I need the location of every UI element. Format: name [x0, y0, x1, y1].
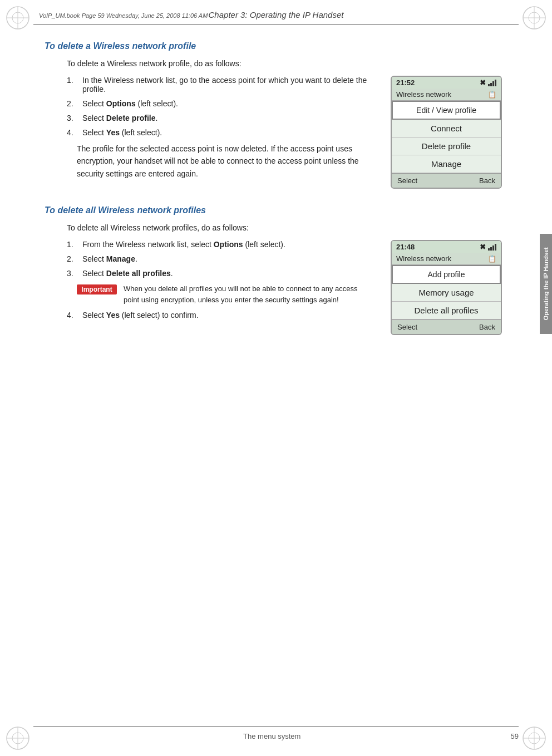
step-item: 3. Select Delete all profiles. — [67, 269, 374, 278]
memo-icon-1: 📋 — [488, 91, 496, 99]
memo-icon-2: 📋 — [488, 255, 496, 263]
phone-menu-item-edit: Edit / View profile — [392, 101, 501, 120]
corner-decoration-br — [521, 725, 548, 752]
corner-decoration-tl — [4, 4, 31, 31]
step-num: 2. — [67, 99, 77, 108]
phone-bottom-bar-2: Select Back — [392, 320, 501, 334]
step-text: Select Yes (left select) to confirm. — [82, 311, 199, 320]
step-item: 3. Select Delete profile. — [67, 114, 374, 122]
section1-steps-col: 1. In the Wireless network list, go to t… — [45, 76, 374, 180]
step-text: In the Wireless network list, go to the … — [82, 76, 374, 94]
step-item: 4. Select Yes (left select). — [67, 128, 374, 137]
step-text: Select Options (left select). — [82, 99, 178, 108]
phone-back-2: Back — [479, 323, 495, 331]
signal-icon-1 — [488, 80, 496, 86]
phone-time-2: 21:48 — [396, 243, 415, 251]
phone-select-2: Select — [397, 323, 417, 331]
section1-heading: To delete a Wireless network profile — [45, 41, 507, 51]
step-num: 3. — [67, 269, 77, 278]
phone-menu-item-connect: Connect — [392, 120, 501, 138]
step-item: 2. Select Options (left select). — [67, 99, 374, 108]
step-num: 4. — [67, 128, 77, 137]
section1-intro: To delete a Wireless network profile, do… — [67, 59, 507, 68]
important-badge: Important — [77, 284, 117, 294]
phone-time-1: 21:52 — [396, 78, 415, 87]
step-text: Select Manage. — [82, 254, 137, 263]
signal-icon-2 — [488, 244, 496, 251]
phone-menu-items-1: Edit / View profile Connect Delete profi… — [392, 101, 501, 173]
page-footer: The menu system 59 — [33, 726, 519, 740]
phone-globe-1: Edit / View profile Connect Delete profi… — [392, 101, 501, 173]
wifi-icon-1: ✖ — [480, 78, 486, 87]
section2-steps-col: 1. From the Wireless network list, selec… — [45, 240, 374, 325]
phone-status-icons-2: ✖ — [480, 243, 496, 251]
step-item: 1. In the Wireless network list, go to t… — [67, 76, 374, 94]
important-text: When you delete all profiles you will no… — [124, 283, 374, 305]
step-num: 3. — [67, 114, 77, 122]
phone-status-icons-1: ✖ — [480, 78, 496, 87]
section1-body: 1. In the Wireless network list, go to t… — [45, 76, 507, 189]
phone-menu-item-manage: Manage — [392, 155, 501, 173]
section2-intro: To delete all Wireless network profiles,… — [67, 223, 507, 232]
phone-menu-items-2: Add profile Memory usage Delete all prof… — [392, 265, 501, 320]
footer-text: The menu system — [33, 732, 511, 740]
step-text: Select Yes (left select). — [82, 128, 162, 137]
section2-heading: To delete all Wireless network profiles — [45, 205, 507, 215]
corner-decoration-bl — [4, 725, 31, 752]
step-num: 1. — [67, 240, 77, 249]
phone-screen-2: 21:48 ✖ — [392, 241, 501, 320]
phone-back-1: Back — [479, 176, 495, 185]
page-number: 59 — [511, 732, 519, 740]
section2: To delete all Wireless network profiles … — [45, 205, 507, 335]
phone-status-bar-2: 21:48 ✖ — [392, 241, 501, 253]
phone-mockup-2: 21:48 ✖ — [391, 240, 502, 335]
step-text: From the Wireless network list, select O… — [82, 240, 285, 249]
step-text: Select Delete profile. — [82, 114, 157, 122]
phone-menu-item-delete-all: Delete all profiles — [392, 302, 501, 320]
section2-body: 1. From the Wireless network list, selec… — [45, 240, 507, 335]
phone-mockup-1: 21:52 ✖ — [391, 76, 502, 189]
section2-phone: 21:48 ✖ — [385, 240, 507, 335]
step-item: 4. Select Yes (left select) to confirm. — [67, 311, 374, 320]
side-tab-label: Operating the IP Handset — [543, 247, 549, 320]
side-tab: Operating the IP Handset — [540, 234, 552, 334]
phone-menu-item-memory-usage: Memory usage — [392, 284, 501, 302]
step-num: 4. — [67, 311, 77, 320]
section1-phone: 21:52 ✖ — [385, 76, 507, 189]
phone-menu-item-add-profile: Add profile — [392, 265, 501, 284]
phone-network-title-2: Wireless network 📋 — [392, 253, 501, 265]
phone-bottom-bar-1: Select Back — [392, 174, 501, 188]
step-num: 1. — [67, 76, 77, 85]
main-content: To delete a Wireless network profile To … — [0, 24, 552, 346]
phone-network-title-1: Wireless network 📋 — [392, 89, 501, 101]
step-num: 2. — [67, 254, 77, 263]
step-text: Select Delete all profiles. — [82, 269, 173, 278]
book-info: VoIP_UM.book Page 59 Wednesday, June 25,… — [39, 12, 208, 19]
phone-globe-2: Add profile Memory usage Delete all prof… — [392, 265, 501, 320]
phone-screen-1: 21:52 ✖ — [392, 77, 501, 174]
phone-status-bar-1: 21:52 ✖ — [392, 77, 501, 89]
section1-note: The profile for the selected access poin… — [77, 143, 374, 180]
corner-decoration-tr — [521, 4, 548, 31]
section2-step-list: 1. From the Wireless network list, selec… — [67, 240, 374, 278]
section2-step4-list: 4. Select Yes (left select) to confirm. — [67, 311, 374, 320]
important-container: Important When you delete all profiles y… — [77, 283, 374, 305]
step-item: 2. Select Manage. — [67, 254, 374, 263]
section1: To delete a Wireless network profile To … — [45, 41, 507, 189]
chapter-title: Chapter 3: Operating the IP Handset — [209, 10, 344, 19]
step-item: 1. From the Wireless network list, selec… — [67, 240, 374, 249]
phone-menu-item-delete-profile: Delete profile — [392, 138, 501, 155]
phone-select-1: Select — [397, 176, 417, 185]
wifi-icon-2: ✖ — [480, 243, 486, 251]
section1-step-list: 1. In the Wireless network list, go to t… — [67, 76, 374, 137]
